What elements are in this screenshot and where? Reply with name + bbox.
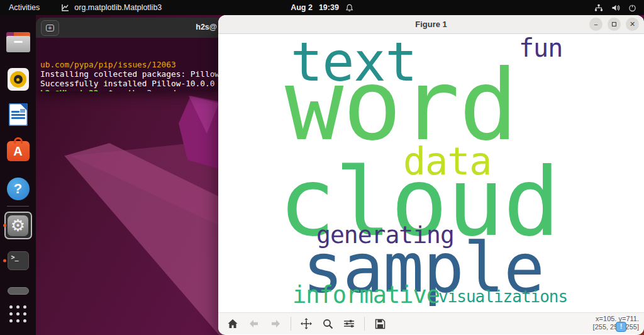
maximize-button[interactable] [608, 18, 621, 31]
dock-item-app-grid[interactable] [0, 305, 36, 322]
system-status-area[interactable] [594, 4, 636, 12]
focused-app-menu[interactable]: org.matplotlib.Matplotlib3 [61, 3, 162, 12]
app-grid-icon [9, 305, 26, 322]
save-button[interactable] [370, 315, 389, 332]
home-button[interactable] [223, 315, 242, 332]
terminal-line: h2s@Ubuntu22:~$ python3 word.py [40, 88, 218, 91]
focused-app-title: org.matplotlib.Matplotlib3 [74, 3, 162, 12]
notification-bell-icon [345, 4, 353, 12]
terminal-line: Successfully installed Pillow-10.0.0 [40, 79, 218, 88]
pan-button[interactable] [297, 315, 316, 332]
configure-subplots-button[interactable] [340, 315, 358, 332]
matplotlib-figure-window: Figure 1 − ✕ textfunworddatacloudgenerat… [218, 15, 644, 335]
wordcloud-word: visualizations [438, 288, 567, 305]
back-button[interactable] [245, 315, 264, 332]
wordcloud-canvas[interactable]: textfunworddatacloudgeneratingsampleinfo… [218, 34, 644, 312]
network-icon [594, 4, 603, 12]
dock-item-libreoffice-writer[interactable] [0, 103, 36, 126]
minimized-window-icon [8, 287, 29, 295]
coordinate-label: x=105. y=711. [593, 315, 639, 323]
toolbar-separator [291, 317, 291, 331]
dock-item-settings[interactable]: ⚙ [0, 212, 36, 239]
matplotlib-app-icon [61, 3, 70, 12]
zoom-button[interactable] [318, 315, 337, 332]
settings-gear-icon: ⚙ [8, 215, 28, 236]
wordcloud-word: informative [292, 283, 440, 307]
terminal-title: h2s@ [196, 23, 217, 31]
clock-button[interactable]: Aug 2 19:39 [291, 3, 353, 12]
gnome-top-bar: Activities org.matplotlib.Matplotlib3 Au… [0, 0, 644, 15]
dock-item-minimized-window[interactable] [0, 287, 36, 295]
wordcloud-word: fun [519, 35, 562, 60]
terminal-icon: >_ [8, 251, 29, 270]
maximize-icon [612, 22, 616, 26]
mouse-cursor-badge: ! [616, 322, 626, 332]
terminal-line: Installing collected packages: Pillow [40, 69, 218, 79]
rhythmbox-icon [8, 68, 29, 91]
power-icon [628, 4, 636, 12]
settings-focus-frame: ⚙ [4, 212, 32, 239]
desktop: Activities org.matplotlib.Matplotlib3 Au… [0, 0, 644, 335]
time-label: 19:39 [319, 3, 339, 12]
ubuntu-software-icon: A [7, 141, 30, 161]
dock-item-terminal[interactable]: >_ [0, 251, 36, 270]
libreoffice-writer-icon [9, 103, 28, 126]
running-indicator [3, 259, 6, 263]
new-tab-button[interactable] [41, 20, 59, 36]
help-icon: ? [7, 178, 30, 200]
terminal-line: ub.com/pypa/pip/issues/12063 [40, 60, 218, 69]
dock-item-help[interactable]: ? [0, 178, 36, 200]
figure-toolbar: x=105. y=711. [255, 255, 255] ! [218, 312, 644, 334]
dock-separator [7, 206, 29, 207]
terminal-titlebar[interactable]: h2s@ [36, 18, 218, 38]
running-indicator [3, 224, 6, 227]
activities-button[interactable]: Activities [9, 3, 40, 12]
files-icon [6, 32, 30, 52]
dock-item-files[interactable] [0, 32, 36, 52]
dock-item-rhythmbox[interactable] [0, 68, 36, 91]
close-button[interactable]: ✕ [626, 18, 639, 31]
dock: A ? ⚙ >_ [0, 15, 36, 335]
date-label: Aug 2 [291, 3, 313, 12]
dock-item-ubuntu-software[interactable]: A [0, 137, 36, 161]
volume-icon [611, 4, 620, 12]
figure-titlebar[interactable]: Figure 1 − ✕ [218, 15, 644, 34]
forward-button[interactable] [266, 315, 285, 332]
new-tab-icon [46, 25, 54, 31]
toolbar-separator [364, 317, 365, 331]
minimize-button[interactable]: − [589, 18, 602, 31]
figure-title: Figure 1 [415, 20, 447, 29]
terminal-output[interactable]: ub.com/pypa/pip/issues/12063Installing c… [36, 38, 218, 91]
terminal-window: h2s@ ub.com/pypa/pip/issues/12063Install… [36, 18, 218, 91]
